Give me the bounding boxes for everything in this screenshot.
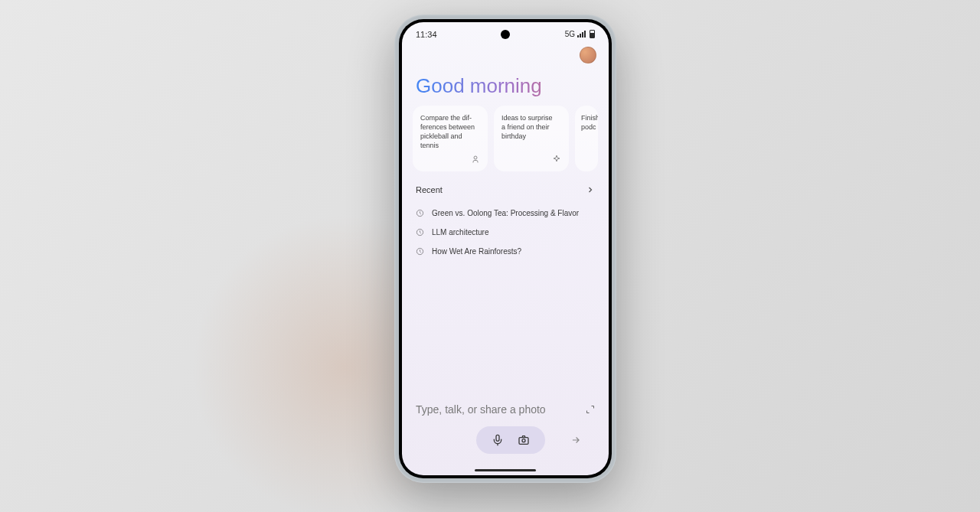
history-icon [416, 209, 424, 217]
status-time: 11:34 [416, 30, 437, 39]
svg-rect-3 [519, 437, 528, 444]
send-icon[interactable] [570, 435, 581, 445]
header-row [402, 42, 609, 64]
history-icon [416, 247, 424, 256]
status-right: 5G [565, 30, 595, 38]
recent-item[interactable]: LLM architecture [416, 223, 595, 242]
chevron-right-icon [586, 185, 595, 194]
svg-rect-1 [496, 435, 499, 441]
text-input[interactable]: Type, talk, or share a photo [413, 403, 598, 426]
microphone-icon[interactable] [492, 434, 504, 446]
camera-icon[interactable] [518, 434, 530, 446]
mic-camera-group [476, 426, 545, 454]
bottom-controls [413, 426, 598, 454]
greeting-text: Good morning [416, 74, 595, 98]
suggestion-text: Finish podc [581, 113, 598, 132]
suggestion-card[interactable]: Ideas to surprise a friend on their birt… [494, 106, 569, 171]
recent-item-text: LLM architecture [432, 228, 488, 236]
battery-icon [590, 30, 595, 38]
input-area: Type, talk, or share a photo [402, 403, 609, 465]
signal-icon [577, 31, 586, 38]
avatar[interactable] [580, 47, 596, 64]
recent-item[interactable]: Green vs. Oolong Tea: Processing & Flavo… [416, 204, 595, 223]
svg-point-0 [474, 156, 477, 159]
person-icon [471, 155, 480, 164]
recent-header[interactable]: Recent [416, 185, 595, 194]
camera-hole [501, 30, 510, 39]
network-label: 5G [565, 30, 575, 38]
recent-item-text: How Wet Are Rainforests? [432, 247, 521, 256]
history-icon [416, 228, 424, 236]
suggestion-row: Compare the dif- ferences between pickle… [402, 106, 609, 171]
recent-title: Recent [416, 185, 443, 194]
suggestion-text: Ideas to surprise a friend on their birt… [501, 113, 561, 141]
phone-bezel: 11:34 5G Good morning Compare the dif- f… [399, 19, 612, 478]
spacer [402, 261, 609, 403]
suggestion-card[interactable]: Compare the dif- ferences between pickle… [413, 106, 488, 171]
recent-item[interactable]: How Wet Are Rainforests? [416, 242, 595, 261]
gesture-bar[interactable] [475, 469, 536, 471]
input-placeholder: Type, talk, or share a photo [416, 403, 546, 416]
greeting-section: Good morning [402, 64, 609, 106]
phone-screen: 11:34 5G Good morning Compare the dif- f… [402, 22, 609, 475]
expand-icon[interactable] [586, 405, 595, 414]
suggestion-text: Compare the dif- ferences between pickle… [420, 113, 480, 151]
recent-item-text: Green vs. Oolong Tea: Processing & Flavo… [432, 209, 579, 217]
sparkle-icon [552, 155, 561, 164]
phone-frame: 11:34 5G Good morning Compare the dif- f… [394, 15, 616, 483]
recent-section: Recent Green vs. Oolong Tea: Processing … [402, 171, 609, 261]
suggestion-card[interactable]: Finish podc [575, 106, 598, 171]
svg-point-4 [522, 439, 525, 442]
